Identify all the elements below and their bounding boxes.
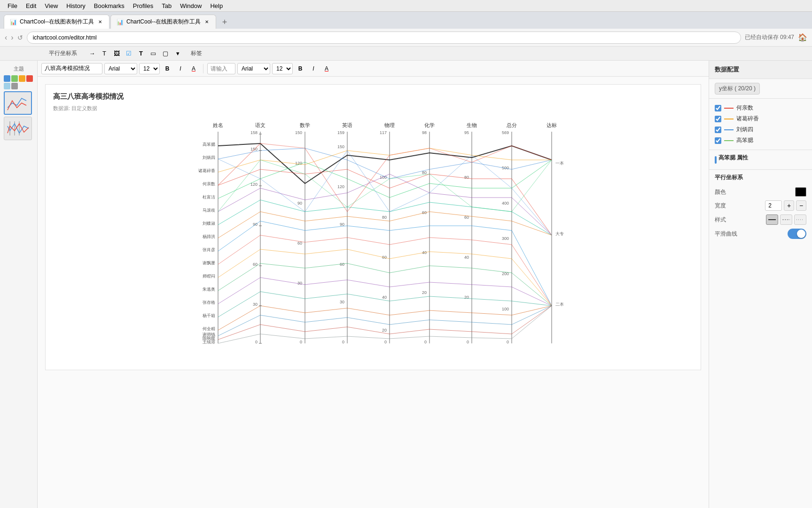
svg-text:总分: 总分 xyxy=(506,122,517,128)
swatch-gray[interactable] xyxy=(11,83,18,89)
svg-text:大专: 大专 xyxy=(555,231,564,236)
tab-1[interactable]: 📊 ChartCool--在线图表制作工具 ✕ xyxy=(4,15,109,29)
width-input[interactable] xyxy=(765,200,782,211)
svg-text:0: 0 xyxy=(507,340,509,344)
right-panel: 数据配置 y坐标 ( 20/20 ) 何亲数 诸葛碎香 xyxy=(709,61,812,508)
svg-text:达标: 达标 xyxy=(547,122,557,128)
font-size-select-2[interactable]: 12 xyxy=(272,63,293,74)
font-family-select-2[interactable]: Arial xyxy=(237,63,270,74)
width-label: 宽度 xyxy=(715,202,726,210)
nav-refresh[interactable]: ↺ xyxy=(17,34,23,41)
series-2-checkbox[interactable] xyxy=(715,116,721,122)
swatch-green[interactable] xyxy=(11,75,18,82)
color-row: 颜色 xyxy=(715,185,806,198)
svg-text:师瞪闷: 师瞪闷 xyxy=(203,274,215,278)
swatch-orange[interactable] xyxy=(19,75,25,82)
placeholder-input[interactable] xyxy=(207,63,235,74)
series-4-line-icon xyxy=(724,138,734,143)
svg-text:刘蝶淑: 刘蝶淑 xyxy=(203,221,215,226)
font-size-select-1[interactable]: 12 xyxy=(139,63,160,74)
menu-edit[interactable]: Edit xyxy=(22,1,40,10)
tool-text[interactable]: T xyxy=(99,48,110,59)
tool-dropdown[interactable]: ▾ xyxy=(172,48,183,59)
menu-bookmarks[interactable]: Bookmarks xyxy=(90,1,128,10)
swatch-red[interactable] xyxy=(26,75,33,82)
width-stepper: + − xyxy=(765,200,806,211)
attr-indicator xyxy=(715,156,717,164)
tab-2-close[interactable]: ✕ xyxy=(203,19,210,25)
svg-text:0: 0 xyxy=(467,340,469,344)
svg-text:40: 40 xyxy=(382,295,387,300)
italic-button-1[interactable]: I xyxy=(175,63,186,74)
svg-text:20: 20 xyxy=(464,295,469,300)
series-2-line-icon xyxy=(724,116,734,122)
toolbar-parallel-tools: → T 🖼 ☑ T ▭ ▢ ▾ xyxy=(86,48,183,59)
tool-rect[interactable]: ▭ xyxy=(148,48,159,59)
menu-file[interactable]: File xyxy=(4,1,21,10)
style-solid[interactable] xyxy=(766,214,778,225)
width-row: 宽度 + − xyxy=(715,198,806,213)
svg-text:0: 0 xyxy=(424,340,427,344)
svg-text:二本: 二本 xyxy=(555,302,564,307)
menu-tab[interactable]: Tab xyxy=(158,1,175,10)
tool-rect2[interactable]: ▢ xyxy=(160,48,171,59)
style-label: 样式 xyxy=(715,216,726,224)
app-area: 主题 xyxy=(0,61,812,508)
smooth-toggle[interactable] xyxy=(788,229,806,239)
series-item-2: 诸葛碎香 xyxy=(715,113,806,124)
bookmark-icon[interactable]: 🏠 xyxy=(798,33,807,42)
svg-text:20: 20 xyxy=(422,290,427,295)
tab-2-favicon: 📊 xyxy=(117,19,124,25)
menu-bar: File Edit View History Bookmarks Profile… xyxy=(0,0,812,12)
chart-thumb-2[interactable] xyxy=(4,117,32,140)
svg-text:120: 120 xyxy=(337,184,344,189)
swatch-lightblue[interactable] xyxy=(4,83,10,89)
width-increment[interactable]: + xyxy=(784,200,794,211)
attr-section: 高笨腮 属性 xyxy=(709,150,812,170)
style-dashed[interactable] xyxy=(780,214,792,225)
menu-history[interactable]: History xyxy=(62,1,89,10)
nav-forward[interactable]: › xyxy=(11,33,13,42)
y-label-badge[interactable]: y坐标 ( 20/20 ) xyxy=(715,83,760,95)
bold-button-2[interactable]: B xyxy=(295,63,306,74)
tool-t2[interactable]: T xyxy=(135,48,147,59)
font-family-select-1[interactable]: Arial xyxy=(104,63,137,74)
tab-2[interactable]: 📊 ChartCool--在线图表制作工具 ✕ xyxy=(110,15,216,29)
text-content-input[interactable] xyxy=(41,63,102,74)
style-dotted[interactable] xyxy=(794,214,806,225)
menu-view[interactable]: View xyxy=(41,1,62,10)
right-panel-title: 数据配置 xyxy=(709,61,812,79)
smooth-row: 平滑曲线 xyxy=(715,227,806,241)
chart-title: 高三八班高考模拟情况 xyxy=(53,92,693,101)
address-input[interactable] xyxy=(27,32,741,44)
svg-text:张存格: 张存格 xyxy=(203,300,215,305)
prop-section: 平行坐标系 颜色 宽度 + − 样式 xyxy=(709,170,812,245)
menu-profiles[interactable]: Profiles xyxy=(129,1,157,10)
tab-add-button[interactable]: + xyxy=(218,16,231,29)
svg-text:谢飘屡: 谢飘屡 xyxy=(203,261,215,265)
swatch-blue[interactable] xyxy=(4,75,10,82)
series-4-checkbox[interactable] xyxy=(715,137,721,144)
font-color-button-2[interactable]: A xyxy=(321,63,332,74)
bold-button-1[interactable]: B xyxy=(162,63,173,74)
menu-help[interactable]: Help xyxy=(206,1,226,10)
nav-back[interactable]: ‹ xyxy=(5,33,7,42)
font-color-button-1[interactable]: A xyxy=(188,63,199,74)
tab-1-close[interactable]: ✕ xyxy=(97,19,103,25)
tool-checkbox[interactable]: ☑ xyxy=(123,48,134,59)
svg-text:王续溶: 王续溶 xyxy=(203,340,215,344)
chart-thumb-1[interactable] xyxy=(4,91,32,115)
color-swatch[interactable] xyxy=(795,187,806,197)
svg-text:60: 60 xyxy=(253,262,258,267)
svg-text:0: 0 xyxy=(342,340,344,344)
svg-text:朱逃奥: 朱逃奥 xyxy=(203,287,215,292)
svg-text:物理: 物理 xyxy=(384,122,395,128)
tool-image[interactable]: 🖼 xyxy=(111,48,122,59)
series-1-checkbox[interactable] xyxy=(715,105,721,111)
svg-text:0: 0 xyxy=(300,340,302,344)
tool-arrow[interactable]: → xyxy=(86,48,98,59)
series-3-checkbox[interactable] xyxy=(715,127,721,133)
menu-window[interactable]: Window xyxy=(176,1,205,10)
width-decrement[interactable]: − xyxy=(796,200,806,211)
italic-button-2[interactable]: I xyxy=(308,63,319,74)
